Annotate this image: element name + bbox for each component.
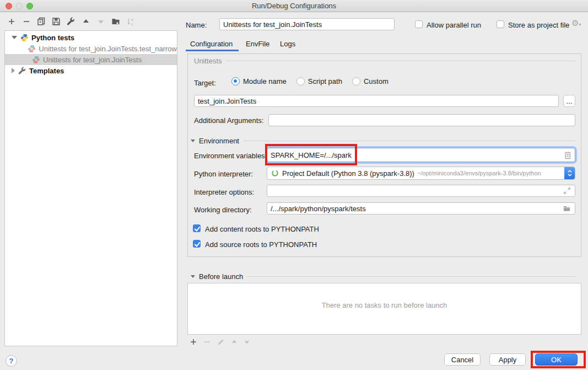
move-task-down-icon[interactable] bbox=[244, 339, 250, 345]
environment-variables-field-wrapper bbox=[267, 148, 575, 162]
radio-script-path[interactable]: Script path bbox=[296, 77, 342, 85]
remove-task-icon[interactable] bbox=[203, 338, 211, 346]
radio-module-name-label: Module name bbox=[243, 77, 287, 85]
window-titlebar: Run/Debug Configurations bbox=[0, 0, 588, 12]
radio-custom-label: Custom bbox=[364, 77, 389, 85]
target-radio-group: Module name Script path Custom bbox=[231, 77, 389, 85]
before-launch-toolbar bbox=[190, 338, 250, 346]
store-as-project-file-checkbox[interactable] bbox=[497, 20, 504, 28]
move-down-icon[interactable] bbox=[96, 17, 105, 26]
select-spinner-icon[interactable] bbox=[564, 167, 575, 179]
tree-item-label: Templates bbox=[29, 67, 64, 75]
configurations-tree: Python tests Unittests for test_join.Joi… bbox=[4, 30, 177, 346]
ok-button[interactable]: OK bbox=[535, 353, 578, 366]
python-test-icon bbox=[32, 56, 40, 64]
target-label: Target: bbox=[194, 79, 216, 87]
sort-alphabetically-icon[interactable]: az bbox=[126, 17, 135, 26]
add-task-icon[interactable] bbox=[190, 338, 197, 346]
store-as-project-file-label: Store as project file bbox=[508, 21, 569, 29]
before-launch-empty-text: There are no tasks to run before launch bbox=[188, 301, 581, 309]
tab-configuration[interactable]: Configuration bbox=[190, 40, 233, 48]
unittests-group-label: Unittests bbox=[194, 57, 222, 65]
interpreter-options-input[interactable] bbox=[267, 185, 575, 197]
radio-custom[interactable]: Custom bbox=[352, 77, 389, 85]
tab-logs[interactable]: Logs bbox=[280, 40, 295, 48]
tree-item-unittests-narrow[interactable]: Unittests for test_join.JoinTests.test_n… bbox=[5, 43, 177, 54]
additional-arguments-input[interactable] bbox=[268, 114, 575, 126]
name-label: Name: bbox=[186, 21, 207, 29]
expand-field-icon[interactable] bbox=[563, 187, 571, 195]
tree-item-unittests-jointests[interactable]: Unittests for test_join.JoinTests bbox=[5, 54, 177, 65]
conda-environment-icon bbox=[271, 169, 279, 177]
move-up-icon[interactable] bbox=[82, 17, 90, 26]
tree-item-label: Unittests for test_join.JoinTests bbox=[43, 56, 142, 64]
cancel-button[interactable]: Cancel bbox=[444, 353, 481, 366]
tree-item-templates[interactable]: Templates bbox=[5, 65, 177, 76]
edit-templates-wrench-icon[interactable] bbox=[67, 17, 75, 26]
edit-task-pencil-icon[interactable] bbox=[217, 338, 225, 346]
tree-item-label: Python tests bbox=[31, 34, 74, 42]
environment-variables-label: Environment variables: bbox=[194, 152, 267, 160]
configurations-toolbar: az bbox=[7, 17, 135, 26]
add-source-roots-label: Add source roots to PYTHONPATH bbox=[205, 240, 317, 249]
add-configuration-icon[interactable] bbox=[7, 17, 16, 26]
gear-icon[interactable]: ⚙▾ bbox=[571, 18, 581, 28]
help-button[interactable]: ? bbox=[6, 355, 17, 367]
radio-selected-icon[interactable] bbox=[231, 77, 240, 85]
apply-button[interactable]: Apply bbox=[489, 353, 526, 366]
working-directory-label: Working directory: bbox=[194, 206, 252, 214]
name-input[interactable] bbox=[219, 18, 395, 30]
collapsed-chevron-icon[interactable] bbox=[12, 68, 15, 73]
before-launch-label: Before launch bbox=[199, 272, 243, 281]
radio-script-path-label: Script path bbox=[308, 77, 342, 85]
add-content-roots-checkbox[interactable] bbox=[193, 224, 201, 232]
add-source-roots-checkbox[interactable] bbox=[193, 240, 201, 248]
svg-text:a: a bbox=[131, 18, 133, 22]
tab-envfile[interactable]: EnvFile bbox=[246, 40, 269, 48]
tree-item-python-tests[interactable]: Python tests bbox=[5, 32, 177, 43]
remove-configuration-icon[interactable] bbox=[22, 17, 31, 26]
radio-module-name[interactable]: Module name bbox=[231, 77, 287, 85]
tree-item-label: Unittests for test_join.JoinTests.test_n… bbox=[39, 45, 177, 53]
before-launch-task-list: There are no tasks to run before launch bbox=[187, 283, 581, 335]
python-test-icon bbox=[28, 45, 36, 53]
browse-folder-icon[interactable] bbox=[563, 205, 571, 212]
svg-text:z: z bbox=[131, 22, 133, 26]
additional-arguments-label: Additional Arguments: bbox=[194, 116, 263, 125]
wrench-icon bbox=[18, 67, 26, 75]
environment-variables-input[interactable] bbox=[267, 148, 575, 162]
new-folder-icon[interactable] bbox=[111, 17, 120, 26]
environment-section-label: Environment bbox=[199, 137, 239, 145]
python-interpreter-label: Python interpreter: bbox=[194, 170, 253, 178]
radio-icon[interactable] bbox=[352, 77, 360, 85]
browse-module-button[interactable]: ... bbox=[563, 95, 575, 107]
active-tab-indicator bbox=[186, 50, 239, 51]
save-configuration-icon[interactable] bbox=[52, 17, 61, 26]
environment-section-header[interactable]: Environment bbox=[191, 137, 575, 145]
python-interpreter-select[interactable]: Project Default (Python 3.8 (pyspark-3.8… bbox=[267, 167, 575, 180]
move-task-up-icon[interactable] bbox=[231, 339, 238, 345]
python-interpreter-value: Project Default (Python 3.8 (pyspark-3.8… bbox=[282, 169, 414, 178]
expanded-chevron-icon[interactable] bbox=[12, 36, 17, 39]
python-interpreter-path: ~/opt/miniconda3/envs/pyspark-3.8/bin/py… bbox=[417, 170, 541, 176]
copy-configuration-icon[interactable] bbox=[37, 17, 46, 26]
section-collapse-icon[interactable] bbox=[191, 275, 195, 278]
unittests-group-header: Unittests bbox=[194, 57, 575, 65]
before-launch-section-header[interactable]: Before launch bbox=[191, 272, 575, 281]
radio-icon[interactable] bbox=[296, 77, 305, 85]
python-icon bbox=[20, 34, 29, 42]
allow-parallel-run-label: Allow parallel run bbox=[427, 21, 481, 29]
module-name-input[interactable] bbox=[194, 95, 559, 107]
working-directory-input[interactable] bbox=[267, 202, 575, 215]
allow-parallel-run-checkbox[interactable] bbox=[415, 20, 423, 28]
add-content-roots-label: Add content roots to PYTHONPATH bbox=[205, 225, 319, 233]
window-title: Run/Debug Configurations bbox=[0, 0, 588, 12]
interpreter-options-label: Interpreter options: bbox=[194, 188, 254, 196]
browse-variables-icon[interactable] bbox=[564, 151, 571, 160]
section-collapse-icon[interactable] bbox=[191, 140, 195, 142]
